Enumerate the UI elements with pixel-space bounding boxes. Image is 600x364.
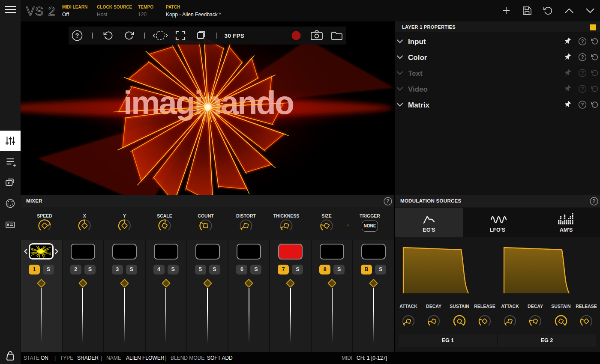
svg-text:AM'S: AM'S [560,227,573,233]
svg-text:COUNT: COUNT [198,213,214,218]
svg-text:SPEED: SPEED [37,213,52,218]
svg-text:?: ? [581,70,584,75]
svg-text:?: ? [386,198,389,204]
svg-text:?: ? [581,102,584,107]
svg-text:?: ? [581,54,584,60]
svg-text:SUSTAIN: SUSTAIN [551,304,570,309]
svg-text:Text: Text [408,69,423,78]
svg-text:THICKNESS: THICKNESS [273,213,300,218]
svg-text:ATTACK: ATTACK [501,304,519,309]
svg-text:RELEASE: RELEASE [474,304,495,309]
svg-text:?: ? [581,86,584,91]
svg-text:RELEASE: RELEASE [576,304,597,309]
svg-text:TRIGGER: TRIGGER [360,213,380,218]
svg-text:X: X [83,213,86,218]
svg-text:?: ? [592,198,595,204]
svg-text:SIZE: SIZE [321,213,331,218]
svg-text:SCALE: SCALE [157,213,172,218]
svg-text:SUSTAIN: SUSTAIN [450,304,469,309]
svg-text:Video: Video [408,85,428,93]
svg-text:Y: Y [123,213,126,218]
svg-text:Matrix: Matrix [408,101,430,109]
svg-text:30 FPS: 30 FPS [225,33,245,39]
svg-text:?: ? [75,32,79,39]
svg-text:ATTACK: ATTACK [399,304,417,309]
svg-text:DISTORT: DISTORT [236,213,256,218]
svg-text:Input: Input [408,38,426,46]
svg-text:DECAY: DECAY [528,304,543,309]
svg-text:DECAY: DECAY [426,304,441,309]
svg-text:Color: Color [408,54,427,62]
svg-text:EG'S: EG'S [423,227,435,233]
svg-text:VS 2: VS 2 [26,4,56,18]
svg-text:?: ? [581,39,584,44]
svg-text:LFO'S: LFO'S [490,227,505,233]
